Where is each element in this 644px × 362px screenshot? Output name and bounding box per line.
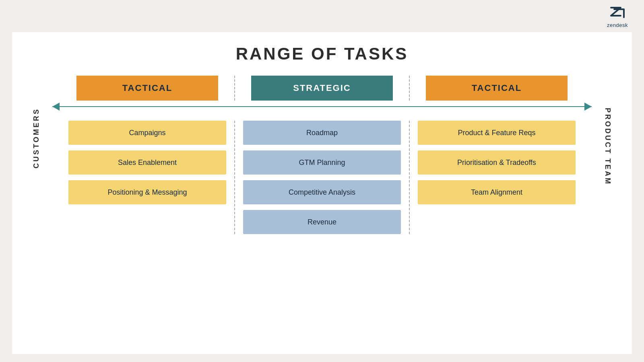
zendesk-logo: zendesk [607,4,628,28]
list-item: Sales Enablement [68,150,226,175]
list-item: Positioning & Messaging [68,180,226,204]
diagram-container: CUSTOMERS PRODUCT TEAM TACTICAL STRATEGI… [28,76,616,342]
list-item: Team Alignment [418,180,576,204]
list-item: Campaigns [68,121,226,145]
list-item: Prioritisation & Tradeoffs [418,150,576,175]
header-boxes-row: TACTICAL STRATEGIC TACTICAL [52,76,592,101]
items-grid: Campaigns Sales Enablement Positioning &… [52,121,592,234]
header-tactical-right: TACTICAL [426,76,568,101]
main-content: RANGE OF TASKS CUSTOMERS PRODUCT TEAM TA… [12,32,632,354]
arrow-left-head [52,103,60,111]
label-customers: CUSTOMERS [32,108,41,169]
list-item: Roadmap [243,121,401,145]
list-item: Competitive Analysis [243,180,401,204]
logo-text: zendesk [607,22,628,28]
diagram-inner: TACTICAL STRATEGIC TACTICAL [28,76,616,234]
list-item: GTM Planning [243,150,401,175]
arrow-line [52,106,592,107]
header-tactical-left: TACTICAL [76,76,218,101]
header-strategic: STRATEGIC [251,76,393,101]
arrow-right-head [584,103,592,111]
col-left-items: Campaigns Sales Enablement Positioning &… [52,121,235,234]
arrow-row [52,101,592,113]
col-right-items: Product & Feature Reqs Prioritisation & … [410,121,592,234]
page-title: RANGE OF TASKS [236,44,409,64]
col-center-items: Roadmap GTM Planning Competitive Analysi… [235,121,410,234]
label-product-team: PRODUCT TEAM [603,108,612,185]
header: zendesk [0,0,644,32]
list-item: Revenue [243,210,401,234]
list-item: Product & Feature Reqs [418,121,576,145]
